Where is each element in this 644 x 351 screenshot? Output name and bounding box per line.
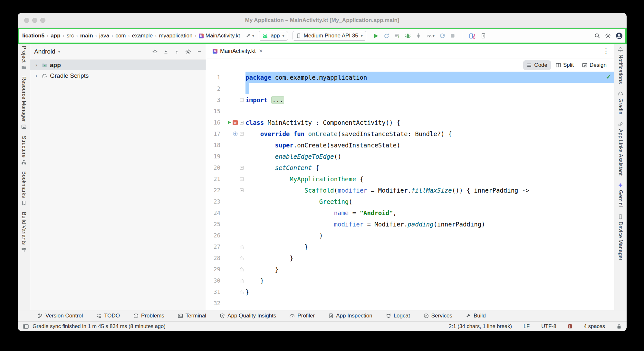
tool-button-services[interactable]: Services (424, 313, 452, 319)
device-mirroring-button[interactable] (469, 33, 476, 39)
tool-button-profiler[interactable]: Profiler (290, 313, 315, 319)
panel-toggle-icon[interactable] (23, 324, 29, 329)
fold-marker[interactable] (238, 72, 245, 83)
tool-button-notifications[interactable]: Notifications (618, 46, 623, 85)
gutter-icons[interactable] (224, 275, 238, 286)
close-window-button[interactable] (24, 18, 29, 23)
stop-button[interactable] (450, 33, 455, 38)
code-line-17[interactable]: 17 override fun onCreate(savedInstanceSt… (206, 128, 614, 139)
chevron-right-icon[interactable]: › (35, 62, 39, 68)
build-menu-button[interactable]: ▾ (246, 33, 254, 39)
gutter-icons[interactable] (224, 83, 238, 94)
code-line-21[interactable]: 21 MyApplicationTheme { (206, 173, 614, 185)
gutter-icons[interactable] (224, 297, 238, 309)
collapse-all-button[interactable] (174, 49, 179, 54)
tool-button-structure[interactable]: Structure (21, 135, 27, 166)
view-mode-design[interactable]: Design (579, 60, 610, 70)
tab-mainactivity[interactable]: K MainActivity.kt ✕ (209, 44, 266, 58)
code-text[interactable]: override fun onCreate(savedInstanceState… (245, 128, 614, 139)
gutter-icons[interactable] (224, 72, 238, 83)
zoom-window-button[interactable] (40, 18, 45, 23)
fold-marker[interactable] (238, 83, 245, 94)
code-text[interactable]: super.onCreate(savedInstanceState) (245, 139, 614, 151)
tool-button-resource-manager[interactable]: Resource Manager (21, 76, 27, 130)
code-text[interactable]: Scaffold(modifier = Modifier.fillMaxSize… (245, 185, 614, 196)
gutter-icons[interactable] (224, 128, 238, 139)
user-avatar-button[interactable] (616, 32, 623, 39)
code-text[interactable]: Greeting( (245, 196, 614, 207)
code-text[interactable]: } (245, 241, 614, 252)
chevron-down-icon[interactable]: ▾ (58, 49, 60, 54)
gutter-icons[interactable] (224, 230, 238, 241)
fold-marker[interactable] (238, 173, 245, 185)
tool-button-app-links-assistant[interactable]: App Links Assistant (618, 121, 623, 176)
gutter-icons[interactable] (224, 218, 238, 230)
tool-button-device-manager[interactable]: Device Manager (618, 214, 623, 261)
code-line-19[interactable]: 19 enableEdgeToEdge() (206, 151, 614, 162)
code-text[interactable]: modifier = Modifier.padding(innerPadding… (245, 218, 614, 230)
gutter-icons[interactable] (224, 162, 238, 173)
code-text[interactable] (245, 297, 614, 309)
code-line-26[interactable]: 26 ) (206, 230, 614, 241)
fold-marker[interactable] (238, 286, 245, 297)
fold-marker[interactable] (238, 117, 245, 128)
gutter-icons[interactable] (224, 207, 238, 218)
run-configuration-select[interactable]: app ▾ (259, 31, 288, 41)
profiler-button[interactable]: ▾ (426, 33, 435, 39)
fold-marker[interactable] (238, 230, 245, 241)
fold-marker[interactable] (238, 185, 245, 196)
breadcrumb-item-myapplication[interactable]: myapplication (158, 32, 193, 39)
apply-changes-button[interactable] (384, 33, 389, 39)
code-text[interactable]: setContent { (245, 162, 614, 173)
tool-button-version-control[interactable]: Version Control (38, 313, 83, 319)
code-line-29[interactable]: 29 } (206, 264, 614, 275)
gutter-icons[interactable] (224, 196, 238, 207)
fold-marker[interactable] (238, 94, 245, 105)
fold-marker[interactable] (238, 128, 245, 139)
tool-button-problems[interactable]: Problems (133, 313, 164, 319)
title-bar[interactable]: My Application – MainActivity.kt [My_App… (18, 13, 627, 28)
code-text[interactable]: MyApplicationTheme { (245, 173, 614, 185)
breadcrumb-item-main[interactable]: main (80, 32, 94, 39)
gutter-icons[interactable] (224, 151, 238, 162)
tree-item-app[interactable]: ›app (30, 60, 206, 70)
fold-marker[interactable] (238, 297, 245, 309)
breadcrumb-item-mainactivity-kt[interactable]: KMainActivity.kt (198, 32, 241, 39)
running-devices-button[interactable] (480, 33, 486, 39)
gutter-icons[interactable] (224, 185, 238, 196)
settings-button[interactable] (185, 49, 191, 55)
locate-button[interactable] (152, 49, 158, 54)
code-line-31[interactable]: 31} (206, 286, 614, 297)
tool-button-build-variants[interactable]: Build Variants (21, 211, 27, 253)
code-line-32[interactable]: 32 (206, 297, 614, 309)
code-line-15[interactable]: 15 (206, 105, 614, 117)
chevron-right-icon[interactable]: › (35, 73, 39, 79)
search-button[interactable] (594, 33, 600, 39)
gutter-icons[interactable] (224, 94, 238, 105)
settings-button[interactable] (605, 33, 611, 39)
breadcrumb-item-example[interactable]: example (131, 32, 153, 39)
tool-button-todo[interactable]: TODO (96, 313, 120, 319)
fold-marker[interactable] (238, 241, 245, 252)
inspections-ok-icon[interactable]: ✓ (606, 73, 611, 81)
file-encoding[interactable]: UTF-8 (541, 323, 556, 329)
fold-marker[interactable] (238, 196, 245, 207)
indent-setting[interactable]: 4 spaces (584, 323, 605, 329)
code-text[interactable] (245, 105, 614, 117)
code-area[interactable]: 1package com.example.myapplication23impo… (206, 72, 614, 310)
code-line-27[interactable]: 27 } (206, 241, 614, 252)
code-text[interactable]: enableEdgeToEdge() (245, 151, 614, 162)
expand-all-button[interactable] (163, 49, 168, 54)
lock-icon[interactable] (617, 324, 621, 329)
breadcrumb-item-app[interactable]: app (50, 32, 61, 39)
status-indicator-icon[interactable] (568, 324, 572, 329)
line-separator[interactable]: LF (524, 323, 530, 329)
fold-marker[interactable] (238, 218, 245, 230)
gutter-icons[interactable]: <> (224, 117, 238, 128)
tool-button-app-quality-insights[interactable]: App Quality Insights (220, 313, 276, 319)
code-text[interactable]: import ... (245, 94, 614, 105)
view-mode-split[interactable]: Split (552, 60, 577, 70)
tool-button-app-inspection[interactable]: App Inspection (328, 313, 372, 319)
breadcrumb-item-com[interactable]: com (115, 32, 126, 39)
fold-marker[interactable] (238, 162, 245, 173)
